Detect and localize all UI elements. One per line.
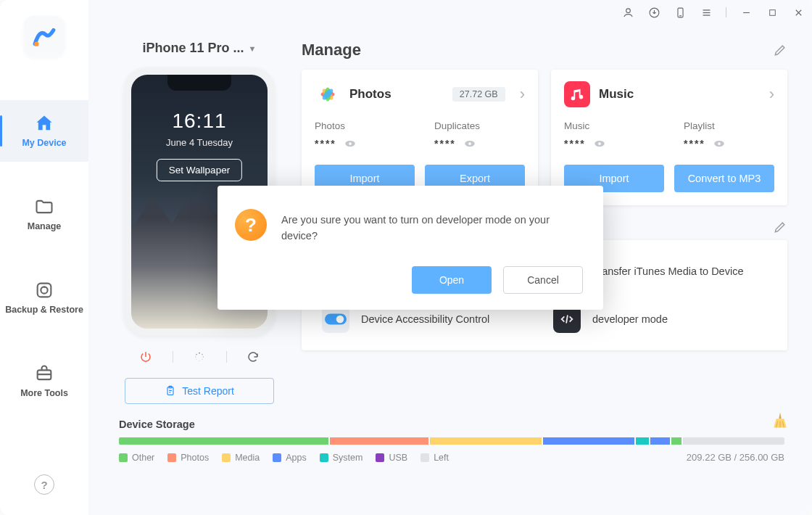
question-icon: ? (235, 209, 267, 241)
dialog-open-button[interactable]: Open (412, 266, 492, 294)
confirm-dialog: ? Are you sure you want to turn on devel… (218, 186, 603, 310)
dialog-overlay: ? Are you sure you want to turn on devel… (0, 0, 812, 515)
dialog-cancel-button[interactable]: Cancel (503, 266, 583, 294)
dialog-message: Are you sure you want to turn on develop… (281, 209, 583, 244)
